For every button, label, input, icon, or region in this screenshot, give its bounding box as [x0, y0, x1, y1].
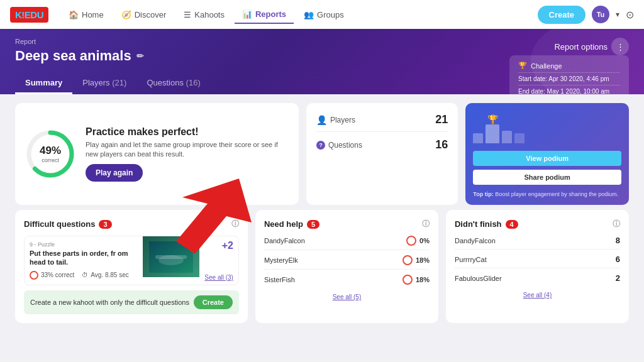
- create-kahoot-button[interactable]: Create: [194, 295, 233, 309]
- podium-card: 🏆 View podium Share podium Top tip: Boos…: [465, 103, 629, 205]
- see-all-difficult-link[interactable]: See all (3): [204, 274, 233, 281]
- difficult-question-item: 9 - Puzzle Put these parts in order, fr …: [24, 236, 239, 285]
- nav-discover[interactable]: 🧭 Discover: [114, 6, 174, 23]
- didnt-finish-card: Didn't finish 4 ⓘ DandyFalcon 8 PurrrryC…: [446, 210, 629, 323]
- nav-items: 🏠 Home 🧭 Discover ☰ Kahoots 📊 Reports 👥 …: [61, 6, 538, 24]
- dnf-list: DandyFalcon 8 PurrrryCat 6 FabulousGlide…: [455, 236, 620, 287]
- nav-right: Create Tu ▾ ⊙: [538, 6, 634, 24]
- report-title: Deep sea animals ✏: [15, 48, 355, 64]
- question-thumbnail: [143, 236, 199, 277]
- nav-reports[interactable]: 📊 Reports: [235, 6, 294, 24]
- need-help-card: Need help 5 ⓘ DandyFalcon 0% MysteryElk …: [255, 210, 438, 323]
- see-all-need-help-link[interactable]: See all (5): [264, 293, 430, 300]
- create-kahoot-bar: Create a new kahoot with only the diffic…: [24, 290, 239, 314]
- cards-row1: 49% correct Practice makes perfect! Play…: [0, 94, 644, 210]
- report-options-button[interactable]: Report options ⋮: [554, 38, 629, 55]
- nav-kahoots[interactable]: ☰ Kahoots: [176, 6, 232, 23]
- podium-illustration: 🏆: [473, 111, 621, 143]
- trophy-icon: 🏆: [518, 62, 527, 70]
- navbar: K!EDU 🏠 Home 🧭 Discover ☰ Kahoots 📊 Repo…: [0, 0, 644, 29]
- chevron-down-icon[interactable]: ▾: [616, 10, 619, 19]
- help-icon[interactable]: ⊙: [626, 9, 634, 21]
- compass-icon: 🧭: [121, 10, 131, 19]
- dnf-badge: 4: [506, 220, 518, 229]
- nav-home[interactable]: 🏠 Home: [61, 6, 111, 23]
- need-help-badge: 5: [307, 220, 319, 229]
- home-icon: 🏠: [69, 10, 79, 19]
- view-podium-button[interactable]: View podium: [473, 151, 621, 166]
- list-item: PurrrryCat 6: [455, 255, 620, 268]
- create-button[interactable]: Create: [538, 6, 586, 24]
- people-icon: 👤: [316, 115, 327, 125]
- tab-summary[interactable]: Summary: [15, 73, 72, 94]
- correct-circle-icon: [30, 271, 38, 280]
- nav-groups[interactable]: 👥 Groups: [296, 6, 352, 23]
- progress-indicator-icon: [402, 255, 413, 265]
- report-label: Report: [15, 38, 355, 45]
- groups-icon: 👥: [304, 10, 314, 19]
- progress-circle: 49% correct: [25, 129, 75, 179]
- tab-players[interactable]: Players (21): [72, 73, 136, 94]
- help-icon3[interactable]: ⓘ: [613, 219, 620, 229]
- report-header: Report Deep sea animals ✏ Summary Player…: [0, 29, 644, 94]
- progress-indicator-icon: [406, 236, 416, 246]
- list-item: SisterFish 18%: [264, 275, 430, 288]
- question-icon: ?: [316, 141, 325, 150]
- practice-card: 49% correct Practice makes perfect! Play…: [15, 103, 299, 205]
- share-podium-button[interactable]: Share podium: [473, 170, 621, 185]
- avatar: Tu: [592, 6, 609, 23]
- list-item: MysteryElk 18%: [264, 255, 430, 270]
- edit-icon[interactable]: ✏: [136, 51, 144, 61]
- options-dots-icon[interactable]: ⋮: [611, 38, 629, 55]
- difficult-badge: 3: [99, 220, 111, 229]
- menu-icon: ☰: [184, 10, 191, 19]
- list-item: DandyFalcon 8: [455, 236, 620, 250]
- list-item: DandyFalcon 0%: [264, 236, 430, 250]
- logo: K!EDU: [10, 7, 48, 23]
- help-icon2[interactable]: ⓘ: [422, 219, 430, 229]
- list-item: FabulousGlider 2: [455, 273, 620, 287]
- help-icon[interactable]: ⓘ: [231, 219, 239, 229]
- see-all-dnf-link[interactable]: See all (4): [455, 292, 620, 299]
- clock-icon: ⏱: [82, 272, 88, 278]
- difficult-questions-card: Difficult questions 3 ⓘ 9 - Puzzle Put t…: [15, 210, 248, 323]
- reports-icon: 📊: [242, 9, 252, 19]
- progress-indicator-icon: [402, 275, 413, 285]
- stats-card: 👤 Players 21 ? Questions 16: [306, 103, 458, 205]
- side-info-panel: 🏆 Challenge Start date: Apr 30 2020, 4:4…: [509, 55, 629, 94]
- need-help-list: DandyFalcon 0% MysteryElk 18% SisterFish…: [264, 236, 430, 288]
- tab-questions[interactable]: Questions (16): [136, 73, 210, 94]
- play-again-button[interactable]: Play again: [86, 164, 143, 182]
- tabs: Summary Players (21) Questions (16): [15, 73, 355, 94]
- cards-row2: Difficult questions 3 ⓘ 9 - Puzzle Put t…: [0, 210, 644, 332]
- svg-rect-4: [155, 255, 187, 259]
